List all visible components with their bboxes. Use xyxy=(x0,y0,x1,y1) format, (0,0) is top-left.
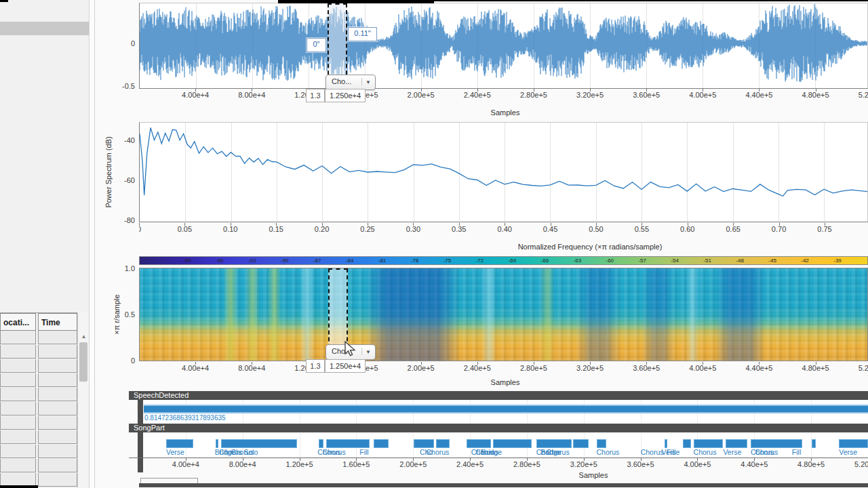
song-segment[interactable] xyxy=(597,439,607,448)
table-header-time[interactable]: Time xyxy=(38,313,77,331)
song-segment[interactable] xyxy=(436,439,449,448)
region-time-edit-wave[interactable] xyxy=(306,89,325,102)
wave-ytick-0: 0 xyxy=(111,39,135,47)
x-tick-label: 4.00e+5 xyxy=(689,364,716,372)
dropdown-value: Cho... xyxy=(332,77,351,85)
spectrogram-xlabel: Samples xyxy=(491,378,520,386)
x-tick-label: 0.30 xyxy=(406,225,420,233)
song-segment[interactable] xyxy=(751,439,802,448)
x-tick-label: 0.10 xyxy=(223,225,237,233)
sidebar-selected-row-band[interactable] xyxy=(0,22,89,35)
song-segment-label: Solo xyxy=(243,448,258,456)
song-segment-label: Verse xyxy=(166,448,184,456)
table-row[interactable] xyxy=(0,345,77,359)
song-segment[interactable] xyxy=(216,439,218,448)
speech-detected-segment[interactable] xyxy=(144,405,868,413)
table-cell xyxy=(0,373,36,387)
y-tick-label: 0 xyxy=(111,357,135,365)
x-tick-label: 4.80e+5 xyxy=(802,364,829,372)
song-segment-label: Chorus xyxy=(755,448,778,456)
table-row[interactable] xyxy=(0,459,77,473)
song-segment[interactable] xyxy=(493,439,532,448)
chevron-down-icon[interactable]: ▼ xyxy=(361,78,372,85)
region-sample-edit-sgram[interactable] xyxy=(325,359,366,373)
song-segment[interactable] xyxy=(414,439,434,448)
song-segment[interactable] xyxy=(536,439,572,448)
song-segment-label: Chorus xyxy=(427,448,450,456)
table-header-location[interactable]: ocati... xyxy=(0,313,36,331)
colorbar-tick-label: -45 xyxy=(768,258,776,264)
x-tick-label: 0 xyxy=(139,225,141,233)
song-segment[interactable] xyxy=(467,439,490,448)
wave-x-axis: 4.00e+48.00e+41.20e+51.60e+52.00e+52.40e… xyxy=(139,89,868,100)
chevron-down-icon[interactable]: ▼ xyxy=(361,348,372,355)
song-segment[interactable] xyxy=(326,439,370,448)
table-row[interactable] xyxy=(0,388,77,402)
x-tick-label: 0.70 xyxy=(772,225,786,233)
table-row[interactable] xyxy=(0,445,77,459)
song-track-header[interactable]: SongPart xyxy=(129,424,868,432)
y-tick-label: -40 xyxy=(111,136,135,144)
song-segment-labels: VerseBridgeChorusChorusSoloChorusChorusF… xyxy=(144,448,868,456)
table-row[interactable] xyxy=(0,402,77,416)
scroll-up-icon[interactable]: ▲ xyxy=(79,333,88,341)
song-segment[interactable] xyxy=(319,439,323,448)
table-cell xyxy=(0,359,36,373)
wave-ytick-neg05: -0.5 xyxy=(111,82,135,90)
region-label-dropdown-wave[interactable]: Cho... ▼ xyxy=(326,75,376,90)
table-cell xyxy=(38,388,77,401)
region-start-tag: 0" xyxy=(307,38,326,52)
waveform-plot[interactable] xyxy=(139,3,868,89)
song-segment-label: Verse xyxy=(839,448,857,456)
power-spectrum-plot[interactable] xyxy=(139,122,868,222)
colorbar-tick-label: -93 xyxy=(248,258,256,264)
spectrogram-plot[interactable] xyxy=(139,268,868,361)
x-tick-label: 4.00e+5 xyxy=(684,460,711,468)
x-tick-label: 8.00e+4 xyxy=(229,460,256,468)
table-body xyxy=(0,331,77,487)
x-tick-label: 0.55 xyxy=(635,225,649,233)
song-segment[interactable] xyxy=(683,439,692,448)
song-segment[interactable] xyxy=(694,439,724,448)
spectrogram-colorbar[interactable]: -99-96-93-90-87-84-81-78-75-72-69-66-63-… xyxy=(139,256,868,265)
region-time-edit-sgram[interactable] xyxy=(306,359,325,373)
colorbar-tick-label: -90 xyxy=(281,258,289,264)
song-segment[interactable] xyxy=(726,439,747,448)
table-row[interactable] xyxy=(0,359,77,373)
song-segment[interactable] xyxy=(665,439,667,448)
speech-track-header[interactable]: SpeechDetected xyxy=(129,391,868,400)
song-segment[interactable] xyxy=(812,439,816,448)
colorbar-tick-label: -48 xyxy=(736,258,744,264)
table-row[interactable] xyxy=(0,373,77,388)
x-tick-label: 3.60e+5 xyxy=(633,364,660,372)
colorbar-tick-label: -54 xyxy=(671,258,679,264)
region-sample-edit-wave[interactable] xyxy=(325,89,366,102)
table-scrollbar[interactable]: ▲ xyxy=(77,312,89,488)
x-tick-label: 4.00e+4 xyxy=(182,91,209,99)
x-tick-label: 0.45 xyxy=(543,225,557,233)
table-row[interactable] xyxy=(0,430,77,445)
song-segment[interactable] xyxy=(374,439,389,448)
song-segment-label: Chorus xyxy=(641,448,664,456)
x-tick-label: 0.50 xyxy=(589,225,603,233)
table-row[interactable] xyxy=(0,331,77,345)
x-tick-label: 2.80e+5 xyxy=(520,364,547,372)
table-cell xyxy=(38,459,77,472)
x-tick-label: 3.60e+5 xyxy=(633,91,660,99)
x-tick-label: 3.20e+5 xyxy=(576,364,604,372)
song-segment[interactable] xyxy=(166,439,193,448)
colorbar-tick-label: -60 xyxy=(606,258,614,264)
colorbar-tick-label: -51 xyxy=(703,258,711,264)
mouse-cursor xyxy=(343,341,358,357)
scrollbar-thumb[interactable] xyxy=(79,342,87,382)
panel-splitter[interactable] xyxy=(89,0,95,488)
table-row[interactable] xyxy=(0,416,77,430)
song-segment[interactable] xyxy=(839,439,868,448)
x-tick-label: 2.00e+5 xyxy=(408,364,435,372)
y-tick-label: -60 xyxy=(111,176,135,184)
x-tick-label: 0.65 xyxy=(726,225,740,233)
song-segment[interactable] xyxy=(221,439,297,448)
spectrum-xlabel: Normalized Frequency (×π radians/sample) xyxy=(518,243,663,251)
song-segment[interactable] xyxy=(573,439,588,448)
x-tick-label: 4.80e+5 xyxy=(802,91,829,99)
